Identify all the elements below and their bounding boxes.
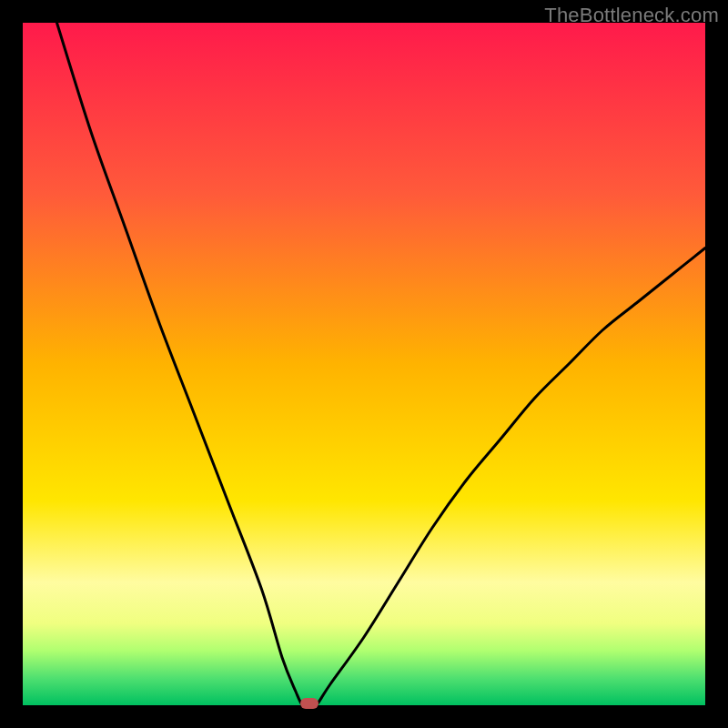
chart-area (23, 23, 705, 705)
bottleneck-curve (23, 23, 705, 705)
optimum-marker (300, 698, 318, 709)
